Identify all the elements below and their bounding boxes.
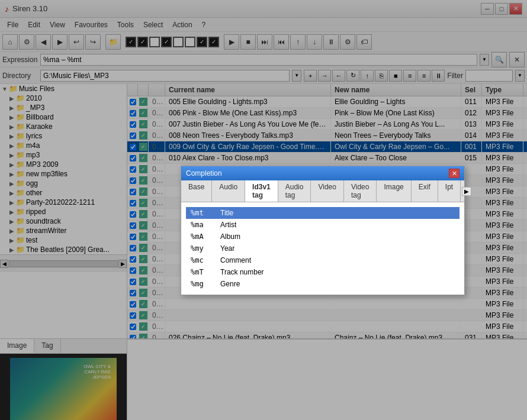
completion-label: Year [216, 243, 459, 254]
dialog-close-button[interactable]: ✕ [449, 169, 459, 178]
completion-code: %mA [186, 231, 216, 243]
completion-row[interactable]: %ma Artist [186, 219, 459, 231]
dialog-tab-audiotag[interactable]: Audio tag [278, 180, 311, 202]
completion-row[interactable]: %mc Comment [186, 254, 459, 266]
dialog-tab-base[interactable]: Base [181, 180, 212, 202]
completion-label: Album [216, 231, 459, 243]
dialog-content: %mt Title %ma Artist %mA Album %my Year … [181, 202, 464, 295]
dialog-tab-video[interactable]: Video [311, 180, 343, 202]
dialog-titlebar: Completion ✕ [181, 166, 464, 180]
completion-label: Title [216, 207, 459, 219]
dialog-tab-id3v1[interactable]: Id3v1 tag [245, 180, 278, 202]
completion-label: Track number [216, 266, 459, 278]
completion-row[interactable]: %mA Album [186, 231, 459, 243]
completion-code: %mg [186, 278, 216, 290]
dialog-tab-image[interactable]: Image [377, 180, 411, 202]
dialog-tab-ipt[interactable]: Ipt [438, 180, 461, 202]
completion-row[interactable]: %my Year [186, 243, 459, 254]
dialog-tabs: Base Audio Id3v1 tag Audio tag Video Vid… [181, 180, 464, 202]
completion-dialog: Completion ✕ Base Audio Id3v1 tag Audio … [181, 166, 465, 295]
completion-rows: %mt Title %ma Artist %mA Album %my Year … [186, 207, 459, 290]
completion-code: %mc [186, 254, 216, 266]
completion-table: %mt Title %ma Artist %mA Album %my Year … [186, 207, 459, 290]
dialog-overlay: Completion ✕ Base Audio Id3v1 tag Audio … [0, 0, 527, 420]
completion-code: %my [186, 243, 216, 254]
dialog-tab-audio[interactable]: Audio [212, 180, 245, 202]
completion-row[interactable]: %mt Title [186, 207, 459, 219]
completion-label: Artist [216, 219, 459, 231]
completion-code: %mt [186, 207, 216, 219]
dialog-tab-exif[interactable]: Exif [412, 180, 438, 202]
dialog-tab-videotag[interactable]: Video tag [344, 180, 377, 202]
completion-row[interactable]: %mg Genre [186, 278, 459, 290]
dialog-title: Completion [186, 169, 222, 177]
completion-code: %mT [186, 266, 216, 278]
completion-row[interactable]: %mT Track number [186, 266, 459, 278]
completion-label: Comment [216, 254, 459, 266]
dialog-tab-more[interactable]: ▶ [462, 180, 471, 202]
completion-label: Genre [216, 278, 459, 290]
completion-code: %ma [186, 219, 216, 231]
